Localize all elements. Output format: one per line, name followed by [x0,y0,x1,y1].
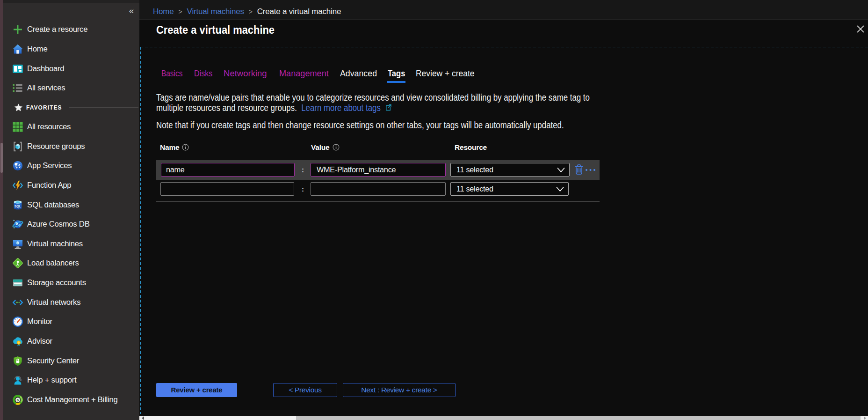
svg-text:SQL: SQL [14,204,21,208]
svg-text:$: $ [17,398,19,402]
